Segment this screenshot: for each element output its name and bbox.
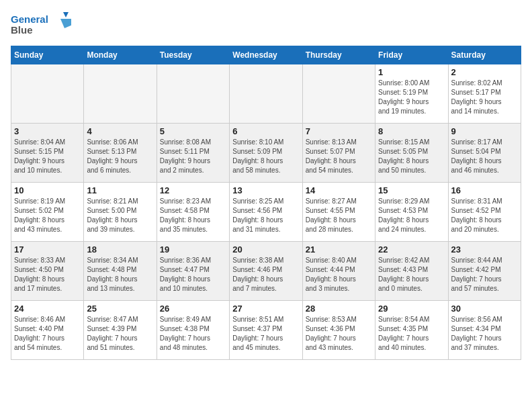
day-number: 12: [160, 185, 226, 195]
day-cell: 9Sunrise: 8:17 AM Sunset: 5:04 PM Daylig…: [448, 124, 521, 183]
day-number: 9: [451, 126, 518, 136]
day-info: Sunrise: 8:31 AM Sunset: 4:52 PM Dayligh…: [451, 197, 518, 234]
day-cell: 4Sunrise: 8:06 AM Sunset: 5:13 PM Daylig…: [84, 124, 157, 183]
col-header-wednesday: Wednesday: [230, 46, 302, 64]
col-header-friday: Friday: [375, 46, 448, 64]
day-info: Sunrise: 8:44 AM Sunset: 4:42 PM Dayligh…: [451, 256, 518, 293]
logo: General Blue: [11, 11, 71, 39]
day-number: 24: [14, 304, 81, 314]
day-info: Sunrise: 8:17 AM Sunset: 5:04 PM Dayligh…: [451, 138, 518, 175]
day-number: 23: [451, 244, 518, 255]
day-cell: 21Sunrise: 8:40 AM Sunset: 4:44 PM Dayli…: [302, 242, 375, 301]
day-cell: 3Sunrise: 8:04 AM Sunset: 5:15 PM Daylig…: [11, 124, 84, 183]
day-info: Sunrise: 8:25 AM Sunset: 4:56 PM Dayligh…: [232, 197, 299, 234]
day-info: Sunrise: 8:33 AM Sunset: 4:50 PM Dayligh…: [14, 256, 81, 293]
day-info: Sunrise: 8:10 AM Sunset: 5:09 PM Dayligh…: [232, 138, 299, 175]
day-cell: [230, 64, 302, 124]
logo-svg: General Blue: [11, 11, 71, 39]
day-cell: 19Sunrise: 8:36 AM Sunset: 4:47 PM Dayli…: [157, 242, 229, 301]
day-info: Sunrise: 8:06 AM Sunset: 5:13 PM Dayligh…: [87, 138, 153, 175]
day-cell: 7Sunrise: 8:13 AM Sunset: 5:07 PM Daylig…: [302, 124, 375, 183]
day-number: 17: [14, 244, 81, 255]
day-info: Sunrise: 8:47 AM Sunset: 4:39 PM Dayligh…: [87, 315, 153, 353]
day-info: Sunrise: 8:00 AM Sunset: 5:19 PM Dayligh…: [378, 79, 445, 116]
day-cell: 13Sunrise: 8:25 AM Sunset: 4:56 PM Dayli…: [230, 183, 302, 242]
day-cell: 28Sunrise: 8:53 AM Sunset: 4:36 PM Dayli…: [302, 301, 375, 360]
day-info: Sunrise: 8:54 AM Sunset: 4:35 PM Dayligh…: [378, 315, 445, 353]
day-cell: 17Sunrise: 8:33 AM Sunset: 4:50 PM Dayli…: [11, 242, 84, 301]
day-info: Sunrise: 8:51 AM Sunset: 4:37 PM Dayligh…: [232, 315, 299, 353]
day-number: 30: [451, 304, 518, 314]
day-number: 8: [378, 126, 445, 136]
col-header-monday: Monday: [84, 46, 157, 64]
day-number: 6: [232, 126, 299, 136]
svg-text:General: General: [11, 13, 48, 25]
day-number: 11: [87, 185, 153, 195]
svg-marker-2: [63, 12, 69, 17]
day-info: Sunrise: 8:34 AM Sunset: 4:48 PM Dayligh…: [87, 256, 153, 293]
header: General Blue: [11, 11, 521, 39]
col-header-saturday: Saturday: [448, 46, 521, 64]
day-cell: 20Sunrise: 8:38 AM Sunset: 4:46 PM Dayli…: [230, 242, 302, 301]
day-cell: 12Sunrise: 8:23 AM Sunset: 4:58 PM Dayli…: [157, 183, 229, 242]
week-row-5: 24Sunrise: 8:46 AM Sunset: 4:40 PM Dayli…: [11, 301, 521, 360]
day-cell: 18Sunrise: 8:34 AM Sunset: 4:48 PM Dayli…: [84, 242, 157, 301]
day-number: 28: [306, 304, 372, 314]
day-number: 10: [14, 185, 81, 195]
day-info: Sunrise: 8:02 AM Sunset: 5:17 PM Dayligh…: [451, 79, 518, 116]
day-number: 19: [160, 244, 226, 255]
day-info: Sunrise: 8:23 AM Sunset: 4:58 PM Dayligh…: [160, 197, 226, 234]
day-cell: 8Sunrise: 8:15 AM Sunset: 5:05 PM Daylig…: [375, 124, 448, 183]
day-number: 3: [14, 126, 81, 136]
day-number: 15: [378, 185, 445, 195]
day-number: 4: [87, 126, 153, 136]
day-cell: 6Sunrise: 8:10 AM Sunset: 5:09 PM Daylig…: [230, 124, 302, 183]
day-cell: 15Sunrise: 8:29 AM Sunset: 4:53 PM Dayli…: [375, 183, 448, 242]
day-info: Sunrise: 8:42 AM Sunset: 4:43 PM Dayligh…: [378, 256, 445, 293]
day-number: 29: [378, 304, 445, 314]
svg-marker-3: [60, 19, 71, 28]
day-number: 20: [232, 244, 299, 255]
day-info: Sunrise: 8:21 AM Sunset: 5:00 PM Dayligh…: [87, 197, 153, 234]
day-number: 16: [451, 185, 518, 195]
day-cell: 14Sunrise: 8:27 AM Sunset: 4:55 PM Dayli…: [302, 183, 375, 242]
day-number: 2: [451, 67, 518, 77]
col-header-sunday: Sunday: [11, 46, 84, 64]
day-cell: 29Sunrise: 8:54 AM Sunset: 4:35 PM Dayli…: [375, 301, 448, 360]
week-row-4: 17Sunrise: 8:33 AM Sunset: 4:50 PM Dayli…: [11, 242, 521, 301]
day-info: Sunrise: 8:13 AM Sunset: 5:07 PM Dayligh…: [306, 138, 372, 175]
day-cell: 30Sunrise: 8:56 AM Sunset: 4:34 PM Dayli…: [448, 301, 521, 360]
day-info: Sunrise: 8:40 AM Sunset: 4:44 PM Dayligh…: [306, 256, 372, 293]
day-cell: 10Sunrise: 8:19 AM Sunset: 5:02 PM Dayli…: [11, 183, 84, 242]
day-cell: 16Sunrise: 8:31 AM Sunset: 4:52 PM Dayli…: [448, 183, 521, 242]
header-row: SundayMondayTuesdayWednesdayThursdayFrid…: [11, 46, 521, 64]
day-number: 22: [378, 244, 445, 255]
day-info: Sunrise: 8:49 AM Sunset: 4:38 PM Dayligh…: [160, 315, 226, 353]
week-row-3: 10Sunrise: 8:19 AM Sunset: 5:02 PM Dayli…: [11, 183, 521, 242]
svg-text:Blue: Blue: [11, 24, 33, 36]
day-cell: 26Sunrise: 8:49 AM Sunset: 4:38 PM Dayli…: [157, 301, 229, 360]
day-info: Sunrise: 8:56 AM Sunset: 4:34 PM Dayligh…: [451, 315, 518, 353]
day-number: 7: [306, 126, 372, 136]
day-number: 5: [160, 126, 226, 136]
day-info: Sunrise: 8:19 AM Sunset: 5:02 PM Dayligh…: [14, 197, 81, 234]
day-cell: [157, 64, 229, 124]
day-cell: 27Sunrise: 8:51 AM Sunset: 4:37 PM Dayli…: [230, 301, 302, 360]
day-info: Sunrise: 8:29 AM Sunset: 4:53 PM Dayligh…: [378, 197, 445, 234]
day-cell: 23Sunrise: 8:44 AM Sunset: 4:42 PM Dayli…: [448, 242, 521, 301]
day-number: 18: [87, 244, 153, 255]
day-number: 1: [378, 67, 445, 77]
day-cell: 24Sunrise: 8:46 AM Sunset: 4:40 PM Dayli…: [11, 301, 84, 360]
day-cell: 5Sunrise: 8:08 AM Sunset: 5:11 PM Daylig…: [157, 124, 229, 183]
day-cell: 2Sunrise: 8:02 AM Sunset: 5:17 PM Daylig…: [448, 64, 521, 124]
day-info: Sunrise: 8:08 AM Sunset: 5:11 PM Dayligh…: [160, 138, 226, 175]
week-row-2: 3Sunrise: 8:04 AM Sunset: 5:15 PM Daylig…: [11, 124, 521, 183]
week-row-1: 1Sunrise: 8:00 AM Sunset: 5:19 PM Daylig…: [11, 64, 521, 124]
calendar-table: SundayMondayTuesdayWednesdayThursdayFrid…: [11, 46, 521, 360]
day-cell: [84, 64, 157, 124]
day-info: Sunrise: 8:53 AM Sunset: 4:36 PM Dayligh…: [306, 315, 372, 353]
day-cell: 1Sunrise: 8:00 AM Sunset: 5:19 PM Daylig…: [375, 64, 448, 124]
day-cell: 22Sunrise: 8:42 AM Sunset: 4:43 PM Dayli…: [375, 242, 448, 301]
day-cell: [302, 64, 375, 124]
day-info: Sunrise: 8:36 AM Sunset: 4:47 PM Dayligh…: [160, 256, 226, 293]
